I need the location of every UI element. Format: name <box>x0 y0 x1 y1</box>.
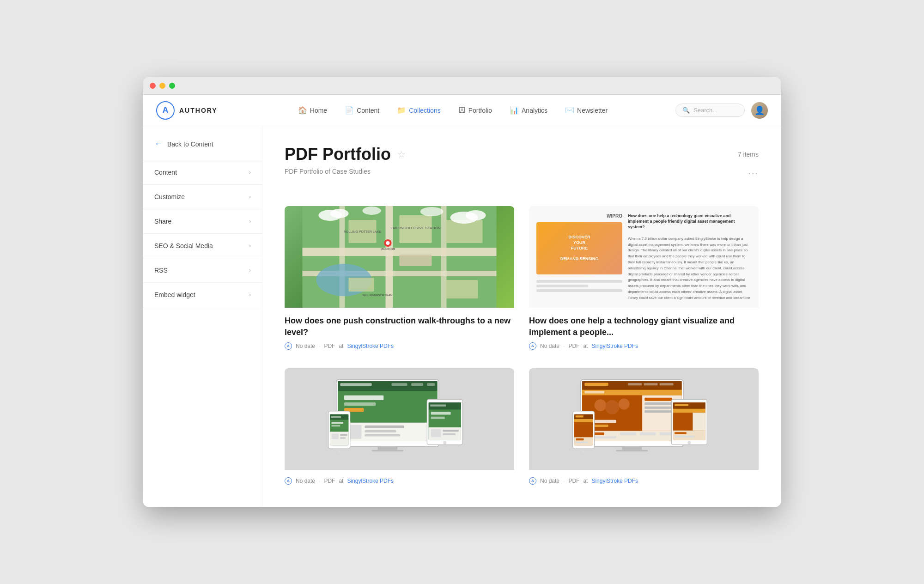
search-box[interactable]: 🔍 Search... <box>675 103 745 117</box>
svg-rect-28 <box>340 383 371 386</box>
svg-text:ROLLING POTTER LAKE: ROLLING POTTER LAKE <box>344 230 381 233</box>
card-date-4: No date <box>540 478 559 484</box>
svg-point-78 <box>595 399 607 411</box>
card-meta-2: A No date · PDF at SingylStroke PDFs <box>529 342 759 350</box>
sidebar-item-content[interactable]: Content › <box>143 160 262 184</box>
sidebar-item-embed-label: Embed widget <box>154 291 195 298</box>
svg-text:MASROOM: MASROOM <box>381 248 395 250</box>
nav-item-home[interactable]: 🏠 Home <box>291 102 334 118</box>
sidebar-item-seo[interactable]: SEO & Social Media › <box>143 234 262 258</box>
home-icon: 🏠 <box>298 106 307 115</box>
more-options-button[interactable]: ··· <box>748 168 759 178</box>
sidebar-item-share[interactable]: Share › <box>143 209 262 233</box>
sidebar-item-rss[interactable]: RSS › <box>143 258 262 282</box>
page-title-row: PDF Portfolio ☆ <box>285 145 406 164</box>
svg-rect-30 <box>411 383 423 386</box>
svg-rect-99 <box>675 404 688 406</box>
svg-rect-112 <box>574 422 593 437</box>
svg-rect-9 <box>400 255 432 266</box>
back-to-content-link[interactable]: ← Back to Content <box>143 126 262 160</box>
svg-rect-38 <box>365 425 404 428</box>
svg-rect-92 <box>640 432 656 435</box>
close-button[interactable] <box>150 83 156 89</box>
card-title-2: How does one help a technology giant vis… <box>529 315 759 338</box>
svg-rect-39 <box>365 430 396 432</box>
svg-rect-102 <box>693 413 705 430</box>
svg-rect-48 <box>431 412 451 414</box>
svg-point-66 <box>338 450 340 452</box>
card-technology[interactable]: WIPRO DISCOVERYOURFUTUREDEMAND SENSING <box>529 206 759 353</box>
nav-item-collections[interactable]: 📁 Collections <box>389 102 448 118</box>
card-thumb-doc: WIPRO DISCOVERYOURFUTUREDEMAND SENSING <box>529 206 759 308</box>
sidebar-item-customize[interactable]: Customize › <box>143 185 262 209</box>
svg-rect-60 <box>332 422 344 424</box>
portfolio-icon: 🖼 <box>458 106 466 115</box>
doc-left: WIPRO DISCOVERYOURFUTUREDEMAND SENSING <box>536 213 622 300</box>
nav-item-newsletter[interactable]: ✉️ Newsletter <box>558 102 615 118</box>
svg-rect-70 <box>584 383 608 386</box>
card-format-4: PDF <box>568 478 579 484</box>
nav-item-content[interactable]: 📄 Content <box>337 102 387 118</box>
doc-right: How does one help a technology giant vis… <box>628 213 751 300</box>
nav-label-newsletter: Newsletter <box>577 107 608 114</box>
card-web-orange[interactable]: A No date · PDF at SingylStroke PDFs <box>529 368 759 488</box>
sidebar: ← Back to Content Content › Customize › <box>143 126 262 507</box>
svg-rect-46 <box>430 404 446 406</box>
card-format-2: PDF <box>568 343 579 349</box>
maximize-button[interactable] <box>169 83 175 89</box>
logo-text: AUTHORY <box>179 107 218 114</box>
card-body-2: How does one help a technology giant vis… <box>529 308 759 353</box>
svg-point-23 <box>363 207 381 215</box>
svg-rect-12 <box>446 280 478 298</box>
svg-rect-11 <box>349 278 374 292</box>
newsletter-icon: ✉️ <box>565 106 574 115</box>
back-to-content-label: Back to Content <box>167 140 213 148</box>
svg-point-80 <box>619 398 630 409</box>
svg-rect-110 <box>576 415 584 417</box>
meta-logo-1: A <box>285 342 292 350</box>
svg-point-22 <box>466 210 486 220</box>
card-collection-4: SingylStroke PDFs <box>591 478 638 484</box>
card-date-3: No date <box>296 478 315 484</box>
items-count: 7 items <box>738 151 759 158</box>
nav-item-portfolio[interactable]: 🖼 Portfolio <box>451 103 499 118</box>
card-collection-1: SingylStroke PDFs <box>347 343 394 349</box>
nav-links: 🏠 Home 📄 Content 📁 Collections 🖼 Portfol… <box>230 102 675 118</box>
sidebar-item-content-label: Content <box>154 169 177 176</box>
logo[interactable]: A AUTHORY <box>156 101 230 120</box>
sidebar-section-embed: Embed widget › <box>143 283 262 307</box>
avatar-image: 👤 <box>751 102 768 119</box>
star-icon[interactable]: ☆ <box>397 149 406 160</box>
card-format-1: PDF <box>324 343 335 349</box>
svg-rect-111 <box>574 419 593 422</box>
meta-logo-4: A <box>529 477 536 485</box>
svg-point-54 <box>443 441 446 444</box>
svg-rect-115 <box>576 442 588 443</box>
sidebar-section-rss: RSS › <box>143 258 262 283</box>
card-thumb-web-orange <box>529 368 759 470</box>
svg-rect-84 <box>644 398 672 401</box>
svg-rect-51 <box>431 429 441 437</box>
svg-rect-58 <box>331 416 341 418</box>
sidebar-item-share-label: Share <box>154 218 171 225</box>
card-web-green[interactable]: A No date · PDF at SingylStroke PDFs <box>285 368 514 488</box>
nav-item-analytics[interactable]: 📊 Analytics <box>502 102 555 118</box>
avatar[interactable]: 👤 <box>751 102 768 119</box>
nav-label-collections: Collections <box>409 107 440 114</box>
titlebar <box>143 77 781 95</box>
card-construction[interactable]: ROLLING POTTER LAKE LAKEWOOD DRIVE STATI… <box>285 206 514 353</box>
sidebar-item-rss-label: RSS <box>154 267 168 274</box>
svg-rect-63 <box>332 433 339 439</box>
content-area: PDF Portfolio ☆ 7 items PDF Portfolio of… <box>262 126 781 507</box>
chevron-icon: › <box>249 169 251 176</box>
minimize-button[interactable] <box>159 83 165 89</box>
svg-rect-64 <box>340 434 347 435</box>
svg-rect-65 <box>340 437 346 438</box>
sidebar-item-embed[interactable]: Embed widget › <box>143 283 262 307</box>
meta-logo-2: A <box>529 342 536 350</box>
chevron-icon-4: › <box>249 243 251 249</box>
card-format-3: PDF <box>324 478 335 484</box>
page-subtitle: PDF Portfolio of Case Studies <box>285 168 371 175</box>
logo-icon: A <box>156 101 175 120</box>
svg-rect-29 <box>391 383 407 386</box>
